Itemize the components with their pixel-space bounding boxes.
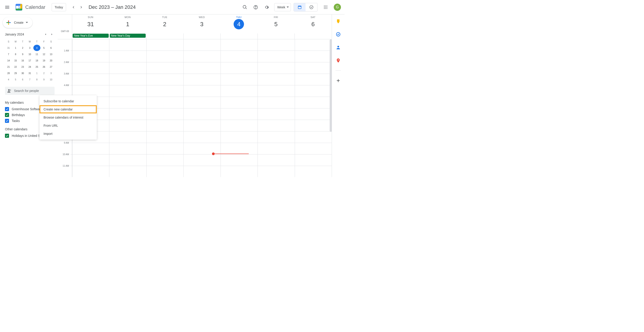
time-cell[interactable] — [146, 166, 183, 177]
next-period-button[interactable] — [78, 4, 85, 11]
menu-item[interactable]: From URL — [40, 121, 97, 130]
mini-date[interactable]: 2 — [19, 45, 26, 51]
time-cell[interactable] — [220, 51, 258, 62]
menu-item[interactable]: Import — [40, 130, 97, 138]
view-selector[interactable]: Week — [274, 3, 291, 11]
mini-date[interactable]: 11 — [33, 51, 40, 57]
mini-date[interactable]: 4 — [33, 45, 40, 51]
time-cell[interactable] — [146, 131, 183, 143]
calendar-checkbox[interactable] — [5, 119, 9, 123]
mini-date[interactable]: 10 — [48, 76, 54, 83]
day-header[interactable]: WED3 — [183, 15, 220, 34]
date-number[interactable]: 5 — [271, 19, 281, 29]
time-cell[interactable] — [258, 108, 294, 120]
time-cell[interactable] — [109, 97, 146, 108]
date-number[interactable]: 31 — [86, 19, 96, 29]
day-header[interactable]: SAT6 — [295, 15, 332, 34]
tasks-button[interactable] — [334, 30, 343, 39]
time-cell[interactable] — [258, 131, 294, 143]
logo[interactable]: 3 Calendar — [14, 3, 45, 12]
google-apps-button[interactable] — [321, 3, 330, 12]
day-header[interactable]: SUN31 — [72, 15, 109, 34]
time-cell[interactable] — [146, 108, 183, 120]
mini-date[interactable]: 17 — [26, 57, 33, 64]
time-cell[interactable] — [146, 85, 183, 97]
mini-date[interactable]: 8 — [12, 51, 19, 57]
time-cell[interactable] — [295, 120, 332, 131]
mini-date[interactable]: 2 — [40, 70, 47, 76]
search-button[interactable] — [240, 3, 250, 12]
time-cell[interactable] — [72, 39, 109, 51]
mini-date[interactable]: 13 — [48, 51, 54, 57]
day-header[interactable]: FRI5 — [258, 15, 294, 34]
allday-cell[interactable]: New Year's Day — [109, 34, 146, 39]
time-cell[interactable] — [72, 51, 109, 62]
time-cell[interactable] — [109, 143, 146, 154]
time-cell[interactable] — [220, 39, 258, 51]
today-button[interactable]: Today — [52, 3, 66, 11]
mini-prev-button[interactable] — [43, 32, 48, 37]
time-cell[interactable] — [295, 97, 332, 108]
mini-date[interactable]: 3 — [26, 45, 33, 51]
time-cell[interactable] — [295, 62, 332, 74]
mini-date[interactable]: 3 — [48, 70, 54, 76]
mini-date[interactable]: 6 — [19, 76, 26, 83]
time-cell[interactable] — [109, 120, 146, 131]
keep-button[interactable] — [334, 17, 343, 26]
maps-button[interactable] — [334, 56, 343, 65]
mini-date[interactable]: 27 — [48, 64, 54, 70]
time-cell[interactable] — [183, 51, 220, 62]
settings-button[interactable] — [262, 3, 271, 12]
time-cell[interactable] — [109, 108, 146, 120]
time-cell[interactable] — [295, 143, 332, 154]
mini-date[interactable]: 29 — [12, 70, 19, 76]
time-cell[interactable] — [183, 131, 220, 143]
account-avatar[interactable]: G — [334, 4, 341, 11]
time-cell[interactable] — [295, 131, 332, 143]
time-cell[interactable] — [183, 97, 220, 108]
time-cell[interactable] — [295, 51, 332, 62]
mini-date[interactable]: 30 — [19, 70, 26, 76]
calendar-checkbox[interactable] — [5, 107, 9, 111]
day-header[interactable]: THU4 — [220, 15, 258, 34]
date-number[interactable]: 6 — [308, 19, 318, 29]
mini-date[interactable]: 20 — [48, 57, 54, 64]
time-cell[interactable] — [258, 143, 294, 154]
time-cell[interactable] — [72, 143, 109, 154]
time-cell[interactable] — [183, 74, 220, 85]
time-cell[interactable] — [183, 154, 220, 166]
add-addon-button[interactable] — [334, 76, 343, 85]
mini-date[interactable]: 22 — [12, 64, 19, 70]
menu-item[interactable]: Browse calendars of interest — [40, 113, 97, 121]
mini-date[interactable]: 24 — [26, 64, 33, 70]
time-cell[interactable] — [146, 97, 183, 108]
allday-cell[interactable] — [183, 34, 220, 39]
time-cell[interactable] — [258, 85, 294, 97]
mini-date[interactable]: 1 — [33, 70, 40, 76]
mini-date[interactable]: 4 — [5, 76, 12, 83]
create-button[interactable]: Create — [3, 17, 32, 28]
allday-cell[interactable] — [294, 34, 332, 39]
scrollbar[interactable] — [330, 39, 332, 132]
mini-date[interactable]: 19 — [40, 57, 47, 64]
menu-item[interactable]: Create new calendar — [40, 105, 97, 113]
time-cell[interactable] — [72, 62, 109, 74]
time-cell[interactable] — [220, 97, 258, 108]
time-cell[interactable] — [109, 74, 146, 85]
time-cell[interactable] — [295, 108, 332, 120]
time-cell[interactable] — [72, 166, 109, 177]
time-cell[interactable] — [258, 51, 294, 62]
mini-date[interactable]: 7 — [26, 76, 33, 83]
time-cell[interactable] — [72, 154, 109, 166]
time-cell[interactable] — [146, 51, 183, 62]
mini-date[interactable]: 8 — [33, 76, 40, 83]
mini-date[interactable]: 31 — [26, 70, 33, 76]
time-cell[interactable] — [146, 120, 183, 131]
date-number[interactable]: 4 — [234, 19, 244, 29]
mini-date[interactable]: 14 — [5, 57, 12, 64]
mini-date[interactable]: 26 — [40, 64, 47, 70]
time-cell[interactable] — [258, 62, 294, 74]
mini-date[interactable]: 31 — [5, 45, 12, 51]
time-cell[interactable] — [258, 120, 294, 131]
calendar-view-button[interactable] — [294, 3, 306, 11]
